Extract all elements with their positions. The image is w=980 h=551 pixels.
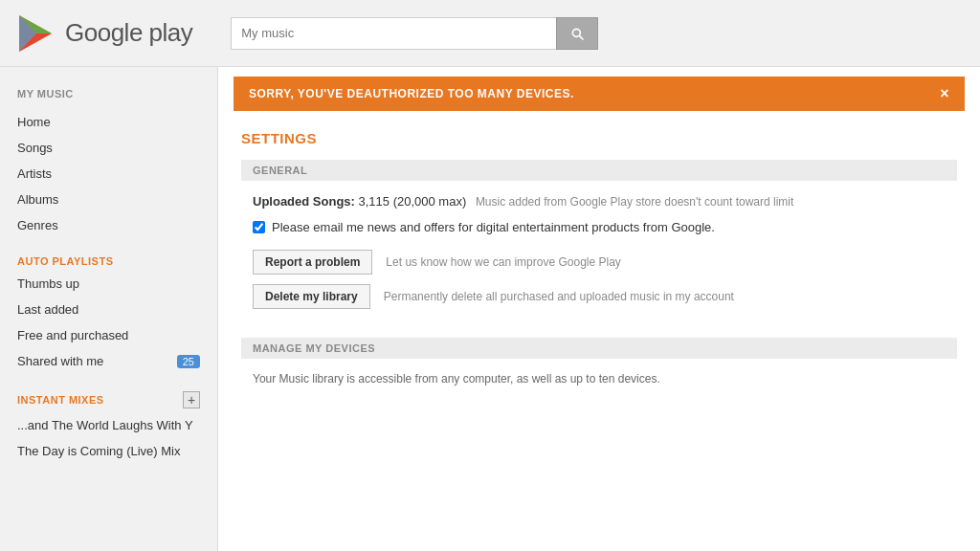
- sidebar-item-albums[interactable]: Albums: [0, 187, 217, 212]
- delete-library-desc: Permanently delete all purchased and upl…: [384, 290, 734, 303]
- manage-devices-header: MANAGE MY DEVICES: [241, 338, 957, 359]
- email-checkbox[interactable]: [253, 221, 265, 233]
- sidebar-item-home[interactable]: Home: [0, 109, 217, 135]
- banner-close-button[interactable]: ×: [940, 86, 949, 101]
- delete-library-row: Delete my library Permanently delete all…: [241, 284, 957, 309]
- email-checkbox-label: Please email me news and offers for digi…: [272, 220, 715, 234]
- sidebar-item-songs[interactable]: Songs: [0, 135, 217, 161]
- settings-title: SETTINGS: [241, 130, 957, 146]
- layout: MY MUSIC Home Songs Artists Albums Genre…: [0, 67, 980, 551]
- app-title: Google play: [65, 18, 192, 48]
- banner-text: SORRY, YOU'VE DEAUTHORIZED TOO MANY DEVI…: [249, 87, 574, 100]
- manage-devices-desc: Your Music library is accessible from an…: [241, 372, 957, 386]
- my-music-label: MY MUSIC: [0, 80, 217, 103]
- report-problem-desc: Let us know how we can improve Google Pl…: [386, 255, 620, 269]
- header: Google play: [0, 0, 980, 67]
- sidebar-item-genres[interactable]: Genres: [0, 212, 217, 238]
- manage-devices-section: MANAGE MY DEVICES Your Music library is …: [218, 338, 980, 386]
- settings-section: SETTINGS GENERAL Uploaded Songs: 3,115 (…: [218, 111, 980, 338]
- main-content: SORRY, YOU'VE DEAUTHORIZED TOO MANY DEVI…: [218, 67, 980, 551]
- auto-playlists-label: AUTO PLAYLISTS: [0, 248, 217, 271]
- report-problem-button[interactable]: Report a problem: [253, 250, 372, 275]
- general-section-header: GENERAL: [241, 160, 957, 181]
- sidebar-item-free-purchased[interactable]: Free and purchased: [0, 322, 217, 348]
- sidebar-item-last-added[interactable]: Last added: [0, 297, 217, 322]
- uploaded-songs-note: Music added from Google Play store doesn…: [476, 195, 793, 209]
- uploaded-songs-label: Uploaded Songs:: [253, 194, 355, 209]
- email-checkbox-row: Please email me news and offers for digi…: [241, 220, 957, 234]
- deauthorized-banner: SORRY, YOU'VE DEAUTHORIZED TOO MANY DEVI…: [234, 77, 965, 111]
- sidebar-item-mix-2[interactable]: The Day is Coming (Live) Mix: [0, 438, 217, 464]
- search-area: [231, 17, 598, 50]
- sidebar-item-artists[interactable]: Artists: [0, 161, 217, 187]
- search-icon: [569, 26, 585, 41]
- uploaded-songs-value: 3,115 (20,000 max): [359, 194, 467, 209]
- report-problem-row: Report a problem Let us know how we can …: [241, 250, 957, 275]
- search-button[interactable]: [556, 17, 598, 50]
- sidebar-item-shared-with-me[interactable]: Shared with me 25: [0, 348, 217, 374]
- google-play-logo-icon: [15, 13, 56, 54]
- search-input[interactable]: [231, 17, 556, 50]
- uploaded-songs-row: Uploaded Songs: 3,115 (20,000 max) Music…: [241, 194, 957, 209]
- add-instant-mix-button[interactable]: +: [183, 391, 200, 408]
- logo-area: Google play: [15, 13, 192, 54]
- delete-library-button[interactable]: Delete my library: [253, 284, 370, 309]
- instant-mixes-label: INSTANT MIXES: [17, 394, 104, 406]
- sidebar: MY MUSIC Home Songs Artists Albums Genre…: [0, 67, 218, 551]
- sidebar-item-mix-1[interactable]: ...and The World Laughs With Y: [0, 412, 217, 438]
- shared-with-me-badge: 25: [177, 355, 200, 368]
- sidebar-item-thumbs-up[interactable]: Thumbs up: [0, 271, 217, 297]
- instant-mixes-header: INSTANT MIXES +: [0, 384, 217, 412]
